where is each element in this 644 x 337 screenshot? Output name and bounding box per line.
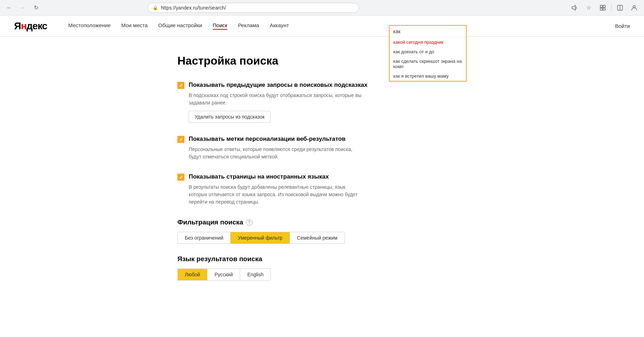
search-preview-container: как какой сегодня праздник как доехать о…	[389, 25, 467, 82]
setting-row-1: ✓ Показывать предыдущие запросы в поиско…	[177, 82, 467, 89]
filter-title: Фильтрация поиска ?	[177, 218, 467, 226]
main-nav: Местоположение Мои места Общие настройки…	[68, 22, 615, 30]
filter-moderate[interactable]: Умеренный фильтр	[231, 232, 290, 243]
svg-point-6	[633, 6, 635, 8]
setting-row-2: ✓ Показывать метки персонализации веб-ре…	[177, 136, 467, 143]
address-bar: 🔒	[147, 3, 359, 13]
setting-foreign-pages: ✓ Показывать страницы на иностранных язы…	[177, 173, 467, 206]
lang-russian[interactable]: Русский	[207, 269, 240, 280]
browser-actions: ☆	[569, 2, 640, 13]
content-wrapper: как какой сегодня праздник как доехать о…	[177, 82, 467, 218]
language-title-text: Язык результатов поиска	[177, 255, 262, 263]
main-content: Настройка поиска как какой сегодня празд…	[163, 37, 481, 309]
svg-rect-2	[600, 8, 602, 10]
lang-english[interactable]: English	[240, 269, 271, 280]
split-view-button[interactable]	[614, 2, 626, 13]
back-button[interactable]: ←	[4, 3, 14, 13]
filter-family[interactable]: Семейный режим	[290, 232, 345, 243]
nav-ads[interactable]: Реклама	[238, 22, 259, 30]
setting-desc-1: В подсказках под строкой поиска будут от…	[189, 92, 365, 107]
lang-any[interactable]: Любой	[178, 269, 207, 280]
setting-label-2: Показывать метки персонализации веб-резу…	[189, 136, 346, 143]
checkbox-personalization[interactable]: ✓	[177, 136, 184, 143]
checkmark-icon: ✓	[179, 83, 183, 88]
setting-desc-2: Персональные ответы, которые появляются …	[189, 146, 365, 161]
filter-title-text: Фильтрация поиска	[177, 218, 243, 226]
filter-no-limits[interactable]: Без ограничений	[178, 232, 231, 243]
nav-account[interactable]: Аккаунт	[270, 22, 289, 30]
suggestion-item-3[interactable]: как я встретил вашу маму	[390, 71, 466, 81]
collections-button[interactable]	[597, 2, 608, 13]
nav-search[interactable]: Поиск	[213, 22, 227, 30]
filter-btn-group: Без ограничений Умеренный фильтр Семейны…	[177, 232, 345, 244]
divider	[611, 4, 612, 11]
nav-location[interactable]: Местоположение	[68, 22, 111, 30]
search-preview-box: как какой сегодня праздник как доехать о…	[389, 25, 467, 82]
checkmark-icon-3: ✓	[179, 175, 183, 180]
delete-queries-button[interactable]: Удалить запросы из подсказок	[189, 111, 271, 123]
filter-help-icon[interactable]: ?	[246, 219, 253, 225]
forward-button[interactable]: →	[18, 3, 28, 13]
nav-my-places[interactable]: Мои места	[121, 22, 148, 30]
site-header: Яндекс Местоположение Мои места Общие на…	[0, 16, 644, 37]
checkmark-icon-2: ✓	[179, 137, 183, 142]
setting-label-3: Показывать страницы на иностранных языка…	[189, 173, 329, 180]
nav-general[interactable]: Общие настройки	[158, 22, 202, 30]
logo[interactable]: Яндекс	[14, 20, 47, 32]
checkbox-previous-queries[interactable]: ✓	[177, 82, 184, 89]
suggestion-item-0[interactable]: какой сегодня праздник	[390, 37, 466, 47]
filter-section: Фильтрация поиска ? Без ограничений Умер…	[177, 218, 467, 244]
setting-row-3: ✓ Показывать страницы на иностранных язы…	[177, 173, 467, 181]
lock-icon: 🔒	[153, 5, 158, 10]
checkbox-foreign[interactable]: ✓	[177, 174, 184, 181]
preview-suggestions: какой сегодня праздник как доехать от и …	[390, 37, 466, 81]
language-title: Язык результатов поиска	[177, 255, 467, 263]
svg-rect-1	[603, 5, 605, 7]
setting-desc-3: В результаты поиска будут добавлены реле…	[189, 183, 365, 206]
browser-chrome: ← → ↻ 🔒 ☆	[0, 0, 644, 16]
user-profile-button[interactable]	[628, 2, 640, 13]
read-aloud-button[interactable]	[569, 2, 580, 13]
logo-text: Я	[14, 20, 21, 31]
refresh-button[interactable]: ↻	[31, 3, 41, 13]
language-btn-group: Любой Русский English	[177, 269, 271, 281]
setting-previous-queries: ✓ Показывать предыдущие запросы в поиско…	[177, 82, 467, 123]
favorites-button[interactable]: ☆	[583, 2, 594, 13]
suggestion-item-1[interactable]: как доехать от и до	[390, 47, 466, 56]
suggestion-item-2[interactable]: как сделать скриншот экрана на комп	[390, 56, 466, 71]
signin-button[interactable]: Войти	[615, 23, 630, 29]
logo-rest: декс	[26, 20, 47, 31]
language-section: Язык результатов поиска Любой Русский En…	[177, 255, 467, 281]
svg-rect-3	[603, 8, 605, 10]
url-input[interactable]	[161, 5, 354, 11]
svg-rect-0	[600, 5, 602, 7]
logo-accent: н	[21, 20, 26, 31]
setting-personalization-labels: ✓ Показывать метки персонализации веб-ре…	[177, 136, 467, 161]
setting-label-1: Показывать предыдущие запросы в поисковы…	[189, 82, 367, 89]
